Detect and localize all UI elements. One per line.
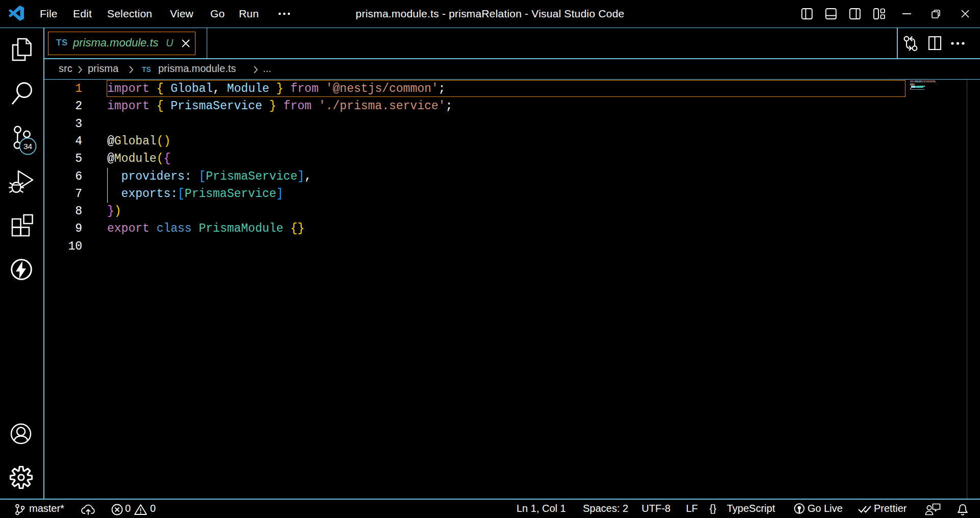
- svg-text:34: 34: [23, 142, 33, 151]
